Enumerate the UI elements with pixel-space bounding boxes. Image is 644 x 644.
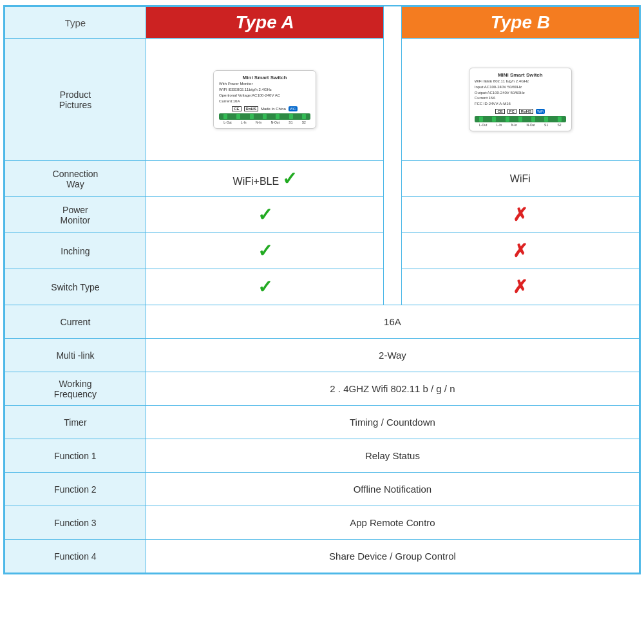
type-a-product-image: Mini Smart Switch With Power Monitor WIF… bbox=[146, 39, 383, 161]
type-b-pin-1 bbox=[479, 117, 483, 122]
inching-row: Inching ✓ ✗ bbox=[5, 233, 639, 269]
function3-label: Function 3 bbox=[5, 506, 146, 540]
type-b-label-s2: S2 bbox=[557, 123, 561, 127]
type-a-power-monitor: ✓ bbox=[146, 197, 383, 233]
type-a-sub3: Opertional Voltage:AC100-240V AC bbox=[219, 93, 310, 99]
divider-1 bbox=[384, 7, 401, 39]
type-b-pin-4 bbox=[518, 117, 522, 122]
type-b-rohs-badge: RoHS bbox=[519, 109, 533, 114]
type-b-sub4: Current:16A bbox=[475, 96, 566, 101]
type-a-switch-box: Mini Smart Switch With Power Monitor WIF… bbox=[213, 70, 316, 128]
current-value: 16A bbox=[146, 305, 639, 339]
type-b-power-cross: ✗ bbox=[513, 205, 527, 225]
type-a-inching: ✓ bbox=[146, 233, 383, 269]
wifi-logo: WiFi bbox=[289, 106, 298, 111]
type-a-connection-check: ✓ bbox=[282, 169, 297, 189]
type-a-power-check: ✓ bbox=[258, 205, 272, 225]
type-a-switch-check: ✓ bbox=[258, 277, 272, 297]
type-b-label-lin: L-In bbox=[497, 123, 502, 127]
type-a-sub4: Current:16A bbox=[219, 99, 310, 104]
type-a-title: Mini Smart Switch bbox=[219, 75, 310, 80]
type-b-inching: ✗ bbox=[401, 233, 639, 269]
switch-type-label: Switch Type bbox=[5, 269, 146, 305]
type-b-sub1: WiFi IEEE 802.11 b/g/n 2.4GHz bbox=[475, 79, 566, 84]
label-nin: N-In bbox=[256, 120, 261, 124]
type-b-pin-6 bbox=[544, 117, 548, 122]
multi-link-value: 2-Way bbox=[146, 339, 639, 372]
label-lout: L-Out bbox=[223, 120, 232, 124]
working-frequency-label: Working Frequency bbox=[5, 372, 146, 406]
type-b-sub3: Output:AC100-240V 50/60Hz bbox=[475, 91, 566, 96]
type-b-power-monitor: ✗ bbox=[401, 197, 639, 233]
divider-3 bbox=[384, 161, 401, 197]
type-b-inching-cross: ✗ bbox=[513, 241, 527, 261]
type-b-switch-cross: ✗ bbox=[513, 277, 527, 297]
power-monitor-label: Power Monitor bbox=[5, 197, 146, 233]
function2-value: Offline Notification bbox=[146, 473, 639, 506]
power-monitor-row: Power Monitor ✓ ✗ bbox=[5, 197, 639, 233]
multi-link-label: Multi -link bbox=[5, 339, 146, 372]
pin-1 bbox=[223, 114, 227, 119]
type-label: Type bbox=[5, 7, 146, 39]
type-b-switch-box: MINI Smart Switch WiFi IEEE 802.11 b/g/n… bbox=[469, 68, 572, 131]
pin-5 bbox=[276, 114, 279, 119]
type-b-terminals bbox=[475, 116, 566, 122]
pin-3 bbox=[250, 114, 254, 119]
connection-way-label: Connection Way bbox=[5, 161, 146, 197]
type-b-terminal-labels: L-Out L-In N-In N-Out S1 S2 bbox=[475, 123, 566, 127]
current-label: Current bbox=[5, 305, 146, 339]
type-b-label-lout: L-Out bbox=[479, 123, 488, 127]
type-a-connection: WiFi+BLE ✓ bbox=[146, 161, 383, 197]
type-b-pin-5 bbox=[531, 117, 535, 122]
type-a-sub2: WIFI IEEE802.11b/g/h 2.4GHz bbox=[219, 88, 310, 93]
type-b-sub2: Input:AC100-240V 50/60Hz bbox=[475, 85, 566, 90]
type-b-label-nin: N-In bbox=[511, 123, 517, 127]
function1-row: Function 1 Relay Status bbox=[5, 439, 639, 473]
function2-label: Function 2 bbox=[5, 473, 146, 506]
working-frequency-row: Working Frequency 2 . 4GHZ Wifi 802.11 b… bbox=[5, 372, 639, 406]
type-b-label-nout: N-Out bbox=[526, 123, 535, 127]
type-a-switch-type: ✓ bbox=[146, 269, 383, 305]
header-row: Type Type A Type B bbox=[5, 7, 639, 39]
type-b-ce-badge: CE bbox=[495, 109, 504, 114]
function4-row: Function 4 Share Device / Group Control bbox=[5, 540, 639, 573]
type-b-connection-value: WiFi bbox=[510, 173, 531, 184]
timer-row: Timer Timing / Countdown bbox=[5, 406, 639, 439]
type-a-connection-value: WiFi+BLE bbox=[233, 176, 282, 187]
made-in-china: Made In China bbox=[261, 107, 286, 111]
function4-label: Function 4 bbox=[5, 540, 146, 573]
type-b-pin-3 bbox=[506, 117, 509, 122]
divider-2 bbox=[384, 39, 401, 161]
divider-6 bbox=[384, 269, 401, 305]
function2-row: Function 2 Offline Notification bbox=[5, 473, 639, 506]
switch-type-row: Switch Type ✓ ✗ bbox=[5, 269, 639, 305]
label-s1: S1 bbox=[289, 120, 292, 124]
multi-link-row: Multi -link 2-Way bbox=[5, 339, 639, 372]
label-s2: S2 bbox=[302, 120, 306, 124]
type-a-terminals bbox=[219, 113, 310, 120]
product-pictures-label: Product Pictures bbox=[5, 39, 146, 161]
type-b-sub5: FCC ID-24VV-A-M16 bbox=[475, 102, 566, 107]
type-b-product-image: MINI Smart Switch WiFi IEEE 802.11 b/g/n… bbox=[401, 39, 639, 161]
function3-row: Function 3 App Remote Contro bbox=[5, 506, 639, 540]
comparison-table: Type Type A Type B Product Pictures Mini… bbox=[3, 5, 641, 574]
type-b-badges: CE FC RoHS WiFi bbox=[475, 109, 566, 114]
inching-label: Inching bbox=[5, 233, 146, 269]
function3-value: App Remote Contro bbox=[146, 506, 639, 540]
pin-4 bbox=[263, 114, 267, 119]
current-row: Current 16A bbox=[5, 305, 639, 339]
type-a-terminal-labels: L-Out L-In N-In N-Out S1 S2 bbox=[219, 120, 310, 124]
pin-2 bbox=[236, 114, 240, 119]
type-a-badges: CE RoHS Made In China WiFi bbox=[219, 106, 310, 111]
connection-way-row: Connection Way WiFi+BLE ✓ WiFi bbox=[5, 161, 639, 197]
type-b-title: MINI Smart Switch bbox=[475, 72, 566, 78]
label-lin: L-In bbox=[241, 120, 247, 124]
function4-value: Share Device / Group Control bbox=[146, 540, 639, 573]
type-b-wifi-logo: WiFi bbox=[536, 109, 545, 114]
timer-label: Timer bbox=[5, 406, 146, 439]
type-b-pin-2 bbox=[492, 117, 496, 122]
type-a-sub1: With Power Monitor bbox=[219, 82, 310, 87]
function1-label: Function 1 bbox=[5, 439, 146, 473]
type-b-label-s1: S1 bbox=[544, 123, 548, 127]
type-b-connection: WiFi bbox=[401, 161, 639, 197]
